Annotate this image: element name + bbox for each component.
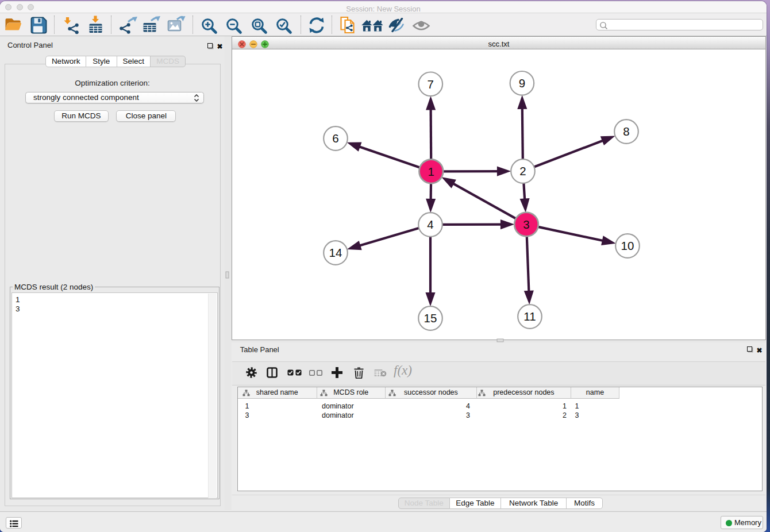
svg-text:11: 11	[523, 310, 536, 323]
svg-text:4: 4	[427, 218, 433, 231]
svg-text:10: 10	[621, 239, 634, 252]
svg-text:2: 2	[519, 164, 526, 178]
svg-text:8: 8	[623, 125, 629, 138]
svg-text:6: 6	[332, 132, 338, 145]
svg-text:14: 14	[329, 246, 342, 259]
svg-text:3: 3	[523, 218, 529, 231]
svg-text:1: 1	[428, 165, 434, 178]
svg-text:15: 15	[424, 311, 437, 325]
svg-text:7: 7	[428, 78, 434, 91]
svg-text:9: 9	[519, 76, 525, 90]
